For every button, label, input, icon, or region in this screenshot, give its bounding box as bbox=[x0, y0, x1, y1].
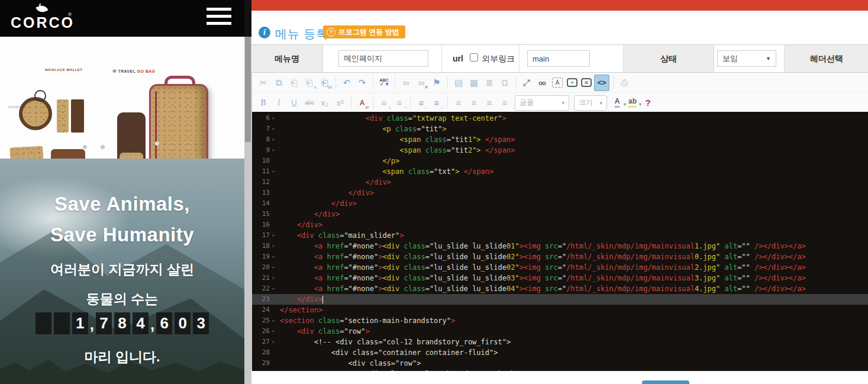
bulleted-list-icon[interactable]: ≡• bbox=[392, 95, 406, 111]
image-icon[interactable]: ▤ bbox=[451, 75, 466, 91]
fold-toggle-icon[interactable]: ▼ bbox=[270, 241, 280, 251]
add-suggestion-icon[interactable]: + bbox=[567, 78, 577, 87]
code-line[interactable]: 16 </div> bbox=[252, 220, 868, 230]
redo-icon[interactable]: ↷ bbox=[355, 75, 369, 91]
code-line[interactable]: 10 </p> bbox=[252, 156, 868, 166]
link-icon[interactable]: ∞ bbox=[399, 75, 413, 91]
align-center-icon[interactable]: ≡ bbox=[467, 95, 481, 111]
code-line[interactable]: 25▼<section class="section-main-brandsto… bbox=[252, 315, 868, 326]
fold-toggle-icon[interactable]: ▼ bbox=[270, 315, 280, 326]
size-dropdown[interactable]: 크기▾ bbox=[574, 95, 607, 111]
code-line[interactable]: 27▼ <!-- <div class="col-12 brandstory_r… bbox=[252, 337, 868, 347]
code-line[interactable]: 22▼ <a href="#none"><div class="lu_slide… bbox=[252, 283, 868, 294]
line-number: 26 bbox=[252, 326, 270, 337]
unlink-icon[interactable]: ∞✕ bbox=[414, 75, 428, 91]
anchor-icon[interactable]: ⚑ bbox=[430, 75, 444, 91]
code-line[interactable]: 12 </div> bbox=[252, 177, 868, 188]
fold-toggle-icon[interactable]: ▼ bbox=[270, 124, 280, 134]
text-color-icon[interactable]: A▾ bbox=[610, 95, 624, 111]
line-number: 20 bbox=[252, 262, 270, 273]
paste-word-icon[interactable]: ⎗W bbox=[318, 75, 332, 91]
find-replace-icon[interactable]: oo bbox=[535, 75, 549, 91]
code-area[interactable]: 6▼ <div class="txtwrap text-center">7▼ <… bbox=[252, 112, 868, 371]
scrollbar-thumb[interactable] bbox=[245, 37, 251, 142]
code-line[interactable]: 23 </div> bbox=[252, 294, 868, 305]
table-icon[interactable]: ▦ bbox=[467, 75, 481, 91]
help-icon[interactable]: ? bbox=[641, 95, 655, 111]
code-line[interactable]: 15 </div> bbox=[252, 209, 868, 220]
outdent-icon[interactable]: ≡← bbox=[414, 95, 428, 111]
code-line[interactable]: 24</section> bbox=[252, 305, 868, 315]
print-icon[interactable]: ⎙ bbox=[617, 75, 631, 91]
bold-icon[interactable]: B bbox=[256, 95, 270, 111]
underline-icon[interactable]: U bbox=[287, 95, 301, 111]
fold-toggle-icon[interactable]: ▼ bbox=[270, 283, 280, 294]
remove-suggestion-icon[interactable]: ✕ bbox=[581, 78, 592, 87]
fold-toggle-icon[interactable]: ▼ bbox=[270, 134, 280, 145]
font-dropdown[interactable]: 글꼴▾ bbox=[515, 95, 569, 111]
code-line[interactable]: 7▼ <p class="tit"> bbox=[252, 124, 868, 134]
program-link-help-button[interactable]: ? 프로그램 연동 방법 bbox=[323, 25, 405, 38]
copy-icon[interactable]: ⧉ bbox=[272, 75, 286, 91]
counter-label: 동물의 수는 bbox=[0, 290, 244, 308]
bg-color-icon[interactable]: ab▾ bbox=[625, 95, 640, 111]
code-line[interactable]: 30 <div class="col-12 brandstory_thumb"> bbox=[252, 369, 868, 371]
code-line[interactable]: 14 </div> bbox=[252, 198, 868, 209]
external-link-checkbox[interactable] bbox=[470, 53, 478, 62]
undo-icon[interactable]: ↶ bbox=[340, 75, 354, 91]
strike-icon[interactable]: abc bbox=[302, 95, 317, 111]
fold-toggle-icon[interactable]: ▼ bbox=[270, 262, 280, 273]
maximize-icon[interactable]: ⤢ bbox=[519, 75, 534, 91]
superscript-icon[interactable]: x² bbox=[333, 95, 347, 111]
ordered-list-icon[interactable]: ≡1 bbox=[377, 95, 391, 111]
code-line[interactable]: 13 </div> bbox=[252, 188, 868, 198]
italic-icon[interactable]: I bbox=[272, 95, 286, 111]
horizontal-rule-icon[interactable]: ≣ bbox=[482, 75, 496, 91]
code-line[interactable]: 6▼ <div class="txtwrap text-center"> bbox=[252, 113, 868, 124]
fold-toggle-icon[interactable]: ▼ bbox=[270, 166, 280, 177]
remove-format-icon[interactable]: A▰ bbox=[355, 95, 369, 111]
slider-dot[interactable] bbox=[101, 145, 105, 149]
code-line[interactable]: 19▼ <a href="#none"><div class="lu_slide… bbox=[252, 251, 868, 262]
special-char-icon[interactable]: Ω bbox=[498, 75, 512, 91]
spellcheck-icon[interactable]: ABC✓ ▾ bbox=[377, 75, 391, 91]
code-line[interactable]: 8▼ <span class="tit1"> </span> bbox=[252, 134, 868, 145]
menu-name-input[interactable] bbox=[338, 50, 428, 67]
code-line[interactable]: 21▼ <a href="#none"><div class="lu_slide… bbox=[252, 273, 868, 283]
cut-icon[interactable]: ✂ bbox=[256, 75, 270, 91]
slider-dot[interactable] bbox=[155, 141, 159, 146]
fold-toggle-icon[interactable]: ▼ bbox=[270, 230, 280, 241]
indent-icon[interactable]: ≡→ bbox=[430, 95, 444, 111]
paste-icon[interactable]: ⎗ bbox=[287, 75, 301, 91]
align-left-icon[interactable]: ≡ bbox=[451, 95, 466, 111]
line-number: 11 bbox=[252, 166, 270, 177]
fold-toggle-icon[interactable]: ▼ bbox=[270, 273, 280, 283]
fold-toggle-icon[interactable]: ▼ bbox=[270, 251, 280, 262]
code-line[interactable]: 20▼ <a href="#none"><div class="lu_slide… bbox=[252, 262, 868, 273]
code-line[interactable]: 11▼ <span class="txt"> </span> bbox=[252, 166, 868, 177]
hamburger-menu-icon[interactable] bbox=[206, 8, 231, 29]
url-input[interactable] bbox=[527, 50, 590, 67]
fold-toggle-icon[interactable]: ▼ bbox=[270, 337, 280, 347]
align-right-icon[interactable]: ≡ bbox=[482, 95, 496, 111]
source-icon[interactable]: <> bbox=[594, 75, 609, 91]
fold-spacer bbox=[270, 220, 280, 230]
paste-text-icon[interactable]: ⎗A bbox=[302, 75, 317, 91]
code-line[interactable]: 29 <div class="row"> bbox=[252, 358, 868, 369]
status-select[interactable]: 보임 ▼ bbox=[717, 50, 776, 67]
slider-dot[interactable] bbox=[83, 145, 87, 149]
preview-button[interactable]: 미리보기 bbox=[642, 380, 689, 384]
code-line[interactable]: 9▼ <span class="tit2"> </span> bbox=[252, 145, 868, 156]
code-line[interactable]: 17▼ <div class="main_slider"> bbox=[252, 230, 868, 241]
code-line[interactable]: 26▼ <div class="row"> bbox=[252, 326, 868, 337]
fold-toggle-icon[interactable]: ▼ bbox=[270, 326, 280, 337]
subscript-icon[interactable]: x₂ bbox=[318, 95, 332, 111]
fold-toggle-icon[interactable]: ▼ bbox=[270, 145, 280, 156]
fold-toggle-icon[interactable]: ▼ bbox=[270, 113, 280, 124]
line-number: 22 bbox=[252, 283, 270, 294]
editor-toolbar-row2: BIUabcx₂x²A▰≡1≡•≡←≡→≡≡≡≡글꼴▾크기▾A▾ab▾? bbox=[252, 93, 868, 112]
align-justify-icon[interactable]: ≡ bbox=[498, 95, 512, 111]
code-line[interactable]: 18▼ <a href="#none"><div class="lu_slide… bbox=[252, 241, 868, 251]
code-line[interactable]: 28 <div class="container container-fluid… bbox=[252, 347, 868, 358]
select-all-icon[interactable]: A bbox=[552, 78, 563, 88]
